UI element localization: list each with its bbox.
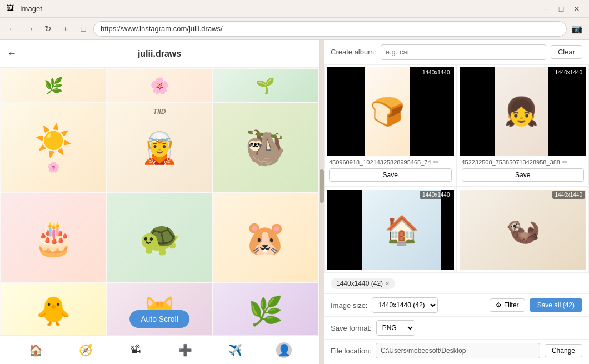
image-preview-4: 🦦 xyxy=(460,190,587,270)
left-panel: ← julii.draws 🌿 🌸 🌱 ☀️ xyxy=(0,40,320,364)
image-filename-1: 450960918_10214325828995465_74 ✏ xyxy=(327,156,454,167)
image-size-badge-2: 1440x1440 xyxy=(552,68,586,77)
maximize-button[interactable]: □ xyxy=(556,3,567,14)
tag-label: 1440x1440 (42) xyxy=(336,280,383,287)
auto-scroll-button[interactable]: Auto Scroll xyxy=(129,310,189,328)
black-overlay-left-1 xyxy=(327,67,365,156)
right-image-cell-1: 1440x1440 🍞 450960918_10214325828995465_… xyxy=(324,64,457,187)
grid-row-top: 🌿 🌸 🌱 xyxy=(1,69,318,102)
grid-cell-chick[interactable]: 🐥 xyxy=(1,283,106,335)
forward-button[interactable]: → xyxy=(22,21,38,37)
controls-row: Image size: 1440x1440 (42) ⚙ Filter Save… xyxy=(324,293,589,316)
app-title: Imaget xyxy=(20,4,540,13)
ig-handle: julii.draws xyxy=(138,49,181,59)
image-preview-2: 👧 xyxy=(460,67,587,156)
grid-cell-sun[interactable]: ☀️ 🌸 xyxy=(1,103,106,192)
right-images-grid: 1440x1440 🍞 450960918_10214325828995465_… xyxy=(324,64,589,273)
grid-row-2: 🎂 🐢 🐹 xyxy=(1,193,318,282)
left-scrollbar[interactable] xyxy=(320,40,324,364)
format-row: Save format: PNG JPG WEBP xyxy=(324,316,589,339)
app-icon: 🖼 xyxy=(7,4,17,14)
home-icon[interactable]: 🏠 xyxy=(27,341,45,359)
black-overlay-right-3 xyxy=(441,190,454,270)
image-size-select[interactable]: 1440x1440 (42) xyxy=(372,297,438,313)
location-label: File location: xyxy=(331,347,371,355)
grid-row-1: ☀️ 🌸 TIID 🧝 🦥 xyxy=(1,103,318,192)
address-icon: □ xyxy=(76,21,91,37)
close-button[interactable]: ✕ xyxy=(571,3,582,14)
grid-cell-hamster[interactable]: 🐹 xyxy=(213,193,318,282)
filter-button[interactable]: ⚙ Filter xyxy=(490,298,525,312)
album-input[interactable] xyxy=(381,44,546,60)
grid-cell-partial[interactable]: 🌿 xyxy=(213,283,318,335)
image-grid[interactable]: 🌿 🌸 🌱 ☀️ 🌸 TI xyxy=(0,68,319,335)
grid-cell-partial-2[interactable]: 🌸 xyxy=(107,69,212,102)
profile-icon[interactable]: 👤 xyxy=(276,342,292,358)
change-button[interactable]: Change xyxy=(545,344,582,357)
image-size-badge-4: 1440x1440 xyxy=(552,191,586,199)
main-content: ← julii.draws 🌿 🌸 🌱 ☀️ xyxy=(0,40,589,364)
album-row: Create album: Clear xyxy=(324,40,589,64)
right-panel: Create album: Clear 1440x1440 🍞 45096091… xyxy=(324,40,589,364)
format-label: Save format: xyxy=(331,324,372,332)
back-button[interactable]: ← xyxy=(4,21,20,37)
new-tab-button[interactable]: + xyxy=(58,21,73,37)
save-all-button[interactable]: Save all (42) xyxy=(530,298,582,312)
tags-row: 1440x1440 (42) × xyxy=(324,273,589,293)
grid-cell-partial-3[interactable]: 🌱 xyxy=(213,69,318,102)
clear-button[interactable]: Clear xyxy=(551,45,582,59)
ig-back-button[interactable]: ← xyxy=(7,48,17,59)
black-overlay-left-3 xyxy=(327,190,362,270)
minimize-button[interactable]: ─ xyxy=(540,3,551,14)
black-overlay-right-1 xyxy=(410,67,454,156)
ig-toolbar: 🏠 🧭 📽 ➕ ✈️ 👤 xyxy=(0,335,319,364)
location-input[interactable] xyxy=(376,343,540,358)
format-select[interactable]: PNG JPG WEBP xyxy=(376,320,415,336)
extension-button[interactable]: 📷 xyxy=(569,21,585,37)
right-image-cell-2: 1440x1440 👧 452232508_753850713428958_38… xyxy=(457,64,590,187)
black-overlay-right-2 xyxy=(548,67,586,156)
album-label: Create album: xyxy=(331,48,376,56)
add-icon[interactable]: ➕ xyxy=(177,341,194,359)
left-scrollbar-thumb[interactable] xyxy=(320,169,324,203)
edit-icon-1[interactable]: ✏ xyxy=(433,158,439,166)
location-row: File location: Change xyxy=(324,339,589,362)
edit-icon-2[interactable]: ✏ xyxy=(562,158,568,166)
image-preview-3: 🏠 xyxy=(327,190,454,270)
black-overlay-left-2 xyxy=(460,67,498,156)
explore-icon[interactable]: 🧭 xyxy=(77,341,94,359)
preview-art-3: 🏠 xyxy=(362,190,441,270)
grid-cell-partial-1[interactable]: 🌿 xyxy=(1,69,106,102)
save-button-1[interactable]: Save xyxy=(329,168,452,182)
browser-bar: ← → ↻ + □ 📷 xyxy=(0,18,589,40)
reels-icon[interactable]: 📽 xyxy=(127,341,144,359)
preview-art-4: 🦦 xyxy=(460,190,587,270)
send-icon[interactable]: ✈️ xyxy=(226,341,244,359)
grid-cell-turtle[interactable]: 🐢 xyxy=(107,193,212,282)
image-size-badge-3: 1440x1440 xyxy=(420,191,453,199)
tag-size: 1440x1440 (42) × xyxy=(331,278,395,289)
image-preview-1: 🍞 xyxy=(327,67,454,156)
address-input[interactable] xyxy=(93,21,567,37)
right-image-cell-3: 1440x1440 🏠 xyxy=(324,187,457,273)
window-controls: ─ □ ✕ xyxy=(540,3,582,14)
image-filename-2: 452232508_753850713428958_388 ✏ xyxy=(460,156,587,167)
title-bar: 🖼 Imaget ─ □ ✕ xyxy=(0,0,589,18)
reload-button[interactable]: ↻ xyxy=(40,21,56,37)
preview-art-1: 🍞 xyxy=(365,67,410,156)
ig-header: ← julii.draws xyxy=(0,40,319,68)
grid-cell-sloth[interactable]: 🦥 xyxy=(213,103,318,192)
right-image-cell-4: 1440x1440 🦦 xyxy=(457,187,590,273)
grid-cell-girl[interactable]: TIID 🧝 xyxy=(107,103,212,192)
image-size-label: Image size: xyxy=(331,301,367,310)
tag-close-button[interactable]: × xyxy=(385,280,390,287)
image-size-badge-1: 1440x1440 xyxy=(420,68,453,77)
save-button-2[interactable]: Save xyxy=(462,168,585,182)
filter-label: Filter xyxy=(504,301,519,309)
preview-art-2: 👧 xyxy=(495,67,548,156)
filter-icon: ⚙ xyxy=(496,301,502,309)
grid-cell-cake[interactable]: 🎂 xyxy=(1,193,106,282)
